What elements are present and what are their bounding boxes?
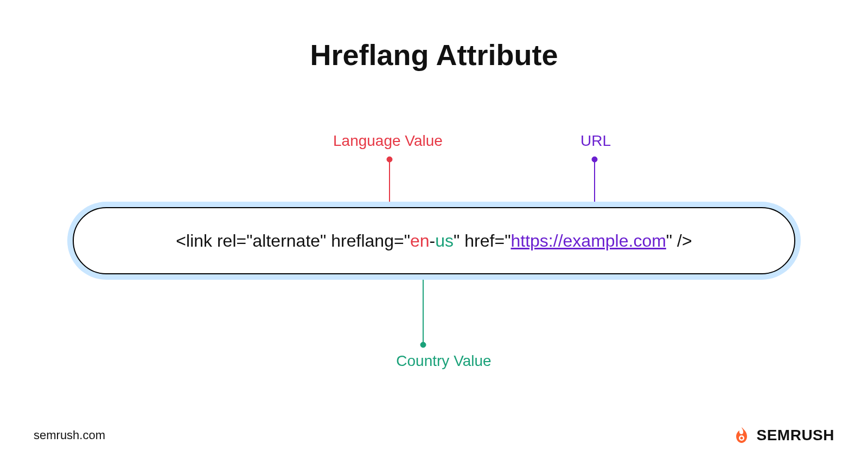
- annotation-url: URL: [580, 132, 611, 150]
- code-suffix: " />: [666, 231, 692, 250]
- annotation-language-value: Language Value: [333, 132, 443, 150]
- code-example-container: <link rel="alternate" hreflang="en-us" h…: [73, 207, 795, 274]
- svg-point-2: [592, 157, 597, 162]
- code-prefix: <link rel="alternate" hreflang=": [176, 231, 410, 250]
- svg-point-4: [420, 342, 426, 348]
- footer-site-url: semrush.com: [34, 428, 105, 442]
- code-country-token: us: [435, 231, 454, 250]
- annotation-country-value: Country Value: [390, 352, 498, 370]
- brand-logo: SEMRUSH: [732, 426, 834, 445]
- brand-name: SEMRUSH: [756, 427, 834, 444]
- svg-point-7: [741, 437, 743, 440]
- fire-icon: [732, 426, 751, 445]
- footer: semrush.com SEMRUSH: [34, 426, 834, 445]
- code-pill: <link rel="alternate" hreflang="en-us" h…: [73, 207, 795, 274]
- page-title: Hreflang Attribute: [0, 38, 868, 72]
- code-mid: " href=": [454, 231, 510, 250]
- svg-point-0: [387, 157, 392, 162]
- code-separator: -: [430, 231, 436, 250]
- code-language-token: en: [410, 231, 430, 250]
- code-line: <link rel="alternate" hreflang="en-us" h…: [176, 231, 692, 251]
- code-url-token: https://example.com: [510, 231, 666, 250]
